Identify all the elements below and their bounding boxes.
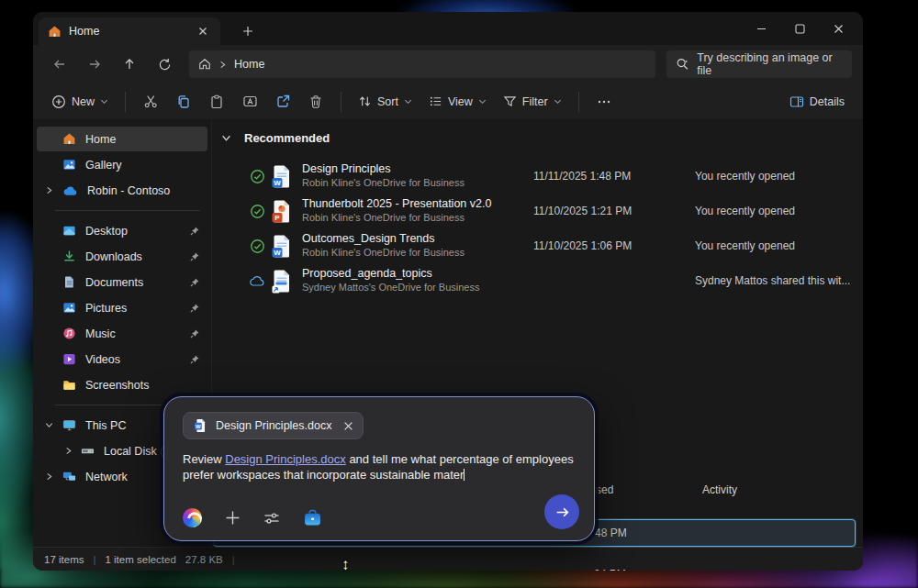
close-button[interactable] (819, 12, 857, 45)
sidebar-item-desktop[interactable]: Desktop (37, 218, 207, 243)
documents-icon (62, 275, 76, 289)
column-header-activity[interactable]: Activity (702, 483, 737, 496)
share-button[interactable] (267, 88, 298, 116)
refresh-icon (158, 58, 172, 72)
search-placeholder: Try describing an image or file (697, 51, 843, 77)
prompt-text-input[interactable]: Review Design Principles.docx and tell m… (183, 451, 579, 483)
new-button-label: New (72, 95, 95, 108)
command-toolbar: New Sort View (33, 83, 863, 120)
word-file-icon: W (193, 418, 207, 433)
tab-close-icon[interactable] (195, 23, 211, 39)
tab-home[interactable]: Home (39, 17, 220, 45)
filter-funnel-icon (503, 94, 517, 108)
recommended-section-header[interactable]: Recommended (221, 131, 330, 145)
new-button[interactable]: New (44, 89, 116, 115)
attachment-chip[interactable]: W Design Principles.docx (183, 412, 364, 439)
sidebar-item-videos[interactable]: Videos (37, 347, 207, 372)
send-arrow-icon (554, 505, 570, 520)
chevron-right-icon (218, 61, 227, 69)
view-list-icon (429, 94, 442, 108)
pin-icon (189, 226, 200, 237)
rename-icon (242, 94, 258, 109)
refresh-button[interactable] (149, 50, 180, 78)
sidebar-item-gallery[interactable]: Gallery (37, 152, 207, 177)
word-file-icon: W (271, 164, 292, 189)
details-button[interactable]: Details (782, 89, 852, 115)
trash-icon (308, 94, 323, 109)
forward-button[interactable] (79, 50, 110, 78)
view-button[interactable]: View (421, 89, 494, 114)
back-button[interactable] (44, 50, 75, 78)
svg-text:W: W (274, 179, 281, 187)
pin-icon (189, 251, 200, 262)
chevron-down-icon (478, 97, 487, 105)
copy-icon (176, 94, 191, 109)
view-button-label: View (448, 95, 473, 108)
svg-text:W: W (274, 249, 281, 257)
desktop-icon (62, 224, 76, 238)
arrow-up-icon (122, 57, 137, 72)
navigation-bar: Home Try describing an image or file (33, 45, 863, 83)
folder-icon (62, 378, 76, 392)
arrow-left-icon (52, 57, 67, 72)
pin-icon (189, 303, 200, 314)
toolbar-divider (578, 92, 579, 112)
cloud-status-icon (249, 275, 265, 287)
address-bar[interactable]: Home (189, 50, 655, 78)
rename-button[interactable] (234, 88, 265, 116)
sidebar-item-pictures[interactable]: Pictures (37, 295, 207, 320)
maximize-button[interactable] (780, 12, 819, 45)
sidebar-item-documents[interactable]: Documents (37, 270, 207, 294)
window-controls (742, 12, 857, 45)
more-options-button[interactable] (588, 88, 620, 116)
copy-button[interactable] (168, 88, 199, 116)
recommended-file-row[interactable]: Proposed_agenda_topicsSydney Mattos's On… (212, 263, 855, 298)
filter-button[interactable]: Filter (496, 89, 569, 114)
new-tab-button[interactable] (237, 21, 259, 41)
local-disk-icon (81, 444, 95, 458)
search-input[interactable]: Try describing an image or file (666, 50, 852, 78)
attachment-name: Design Principles.docx (216, 419, 331, 432)
home-icon (198, 58, 211, 71)
plus-icon (242, 26, 253, 37)
chevron-down-icon[interactable] (221, 133, 231, 143)
chevron-right-icon (45, 472, 53, 481)
details-pane-icon (789, 94, 804, 109)
work-briefcase-icon[interactable] (303, 509, 322, 527)
videos-icon (62, 352, 76, 366)
svg-text:P: P (274, 214, 280, 222)
sidebar-item-onedrive[interactable]: Robin - Contoso (37, 178, 207, 203)
add-attachment-icon[interactable] (225, 510, 241, 526)
chevron-down-icon (45, 421, 53, 429)
sort-button[interactable]: Sort (351, 89, 420, 114)
synced-check-icon (250, 169, 265, 184)
sidebar-item-music[interactable]: Music (37, 321, 207, 346)
delete-button[interactable] (300, 88, 331, 116)
chevron-down-icon (554, 97, 562, 105)
remove-attachment-icon[interactable] (343, 421, 353, 431)
details-button-label: Details (810, 95, 845, 108)
recent-row[interactable]: 24 PM (213, 561, 856, 571)
send-button[interactable] (544, 494, 579, 529)
breadcrumb[interactable]: Home (234, 58, 264, 71)
pictures-icon (62, 301, 76, 315)
recommended-file-row[interactable]: P Thunderbolt 2025 - Presentation v2.0Ro… (212, 194, 855, 228)
onedrive-cloud-icon (62, 185, 78, 196)
recommended-file-row[interactable]: W Design PrinciplesRobin Kline's OneDriv… (212, 159, 855, 194)
up-button[interactable] (114, 50, 145, 78)
selection-summary: 1 item selected (105, 554, 175, 565)
this-pc-icon (62, 418, 76, 432)
minimize-button[interactable] (742, 12, 780, 45)
home-icon (62, 132, 76, 146)
prompt-file-link[interactable]: Design Principles.docx (225, 452, 346, 466)
cut-button[interactable] (135, 88, 166, 116)
items-count: 17 items (44, 554, 84, 565)
settings-sliders-icon[interactable] (263, 511, 280, 526)
sidebar-item-screenshots[interactable]: Screenshots (37, 372, 207, 397)
recommended-file-row[interactable]: W Outcomes_Design TrendsRobin Kline's On… (212, 228, 855, 263)
synced-check-icon (250, 239, 265, 254)
paste-button[interactable] (201, 88, 232, 116)
sidebar-item-home[interactable]: Home (37, 127, 207, 151)
sidebar-item-downloads[interactable]: Downloads (37, 244, 207, 269)
chevron-down-icon (100, 97, 108, 105)
